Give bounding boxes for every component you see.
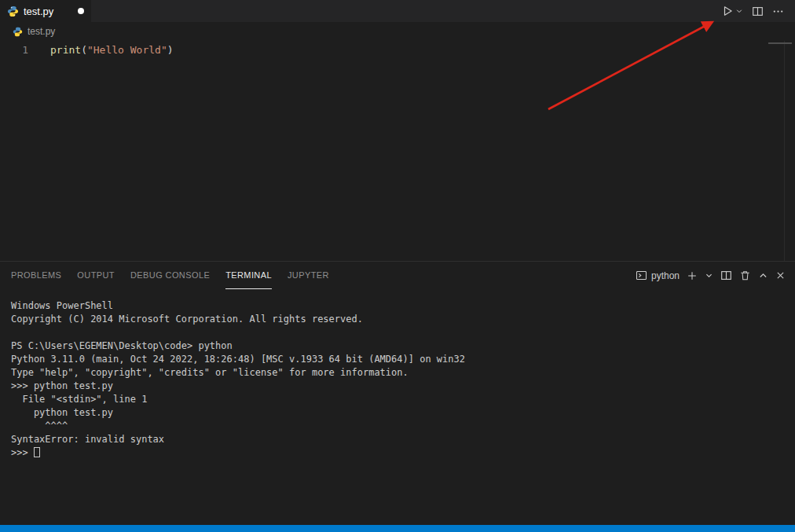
panel-actions: python (636, 262, 786, 289)
terminal-line: Python 3.11.0 (main, Oct 24 2022, 18:26:… (11, 353, 795, 366)
panel-header: PROBLEMSOUTPUTDEBUG CONSOLETERMINALJUPYT… (0, 262, 795, 289)
vscode-window: test.py (0, 0, 795, 532)
panel-tab-debug-console[interactable]: DEBUG CONSOLE (130, 262, 210, 289)
terminal-line: Windows PowerShell (11, 299, 795, 313)
panel-tabs: PROBLEMSOUTPUTDEBUG CONSOLETERMINALJUPYT… (11, 262, 345, 289)
run-dropdown-chevron-icon[interactable] (735, 7, 743, 15)
terminal-line: Type "help", "copyright", "credits" or "… (11, 366, 795, 380)
terminal-profile-button[interactable]: python (636, 270, 680, 281)
terminal-line: Copyright (C) 2014 Microsoft Corporation… (11, 313, 795, 326)
minimap-code-dash (768, 42, 792, 44)
code-text[interactable]: print("Hello World") (50, 42, 174, 57)
terminal-output: Windows PowerShellCopyright (C) 2014 Mic… (11, 299, 795, 446)
new-terminal-button[interactable] (687, 270, 698, 281)
terminal-line (11, 326, 795, 339)
launch-profile-chevron-icon[interactable] (705, 271, 713, 280)
status-bar[interactable] (0, 525, 795, 532)
terminal-line: >>> python test.py (11, 380, 795, 393)
panel-tab-problems[interactable]: PROBLEMS (11, 262, 61, 289)
bottom-panel: PROBLEMSOUTPUTDEBUG CONSOLETERMINALJUPYT… (0, 261, 795, 525)
breadcrumb[interactable]: test.py (0, 22, 795, 41)
terminal-cursor-icon (34, 447, 40, 457)
panel-tab-output[interactable]: OUTPUT (77, 262, 115, 289)
close-panel-button[interactable] (775, 270, 786, 281)
python-file-icon (13, 27, 23, 37)
terminal-prompt: >>> (11, 447, 34, 458)
terminal-profile-label: python (651, 270, 680, 281)
editor-actions (721, 0, 795, 22)
editor-pane[interactable]: 1print("Hello World") (0, 41, 795, 261)
terminal-line: python test.py (11, 406, 795, 420)
split-terminal-button[interactable] (720, 270, 732, 281)
panel-tab-terminal[interactable]: TERMINAL (225, 262, 272, 289)
minimap-border (784, 41, 785, 261)
kill-terminal-button[interactable] (739, 270, 751, 281)
terminal-line: File "<stdin>", line 1 (11, 393, 795, 406)
breadcrumb-file[interactable]: test.py (27, 26, 55, 37)
python-file-icon (7, 6, 19, 17)
line-number: 1 (0, 42, 28, 57)
editor-tab-bar: test.py (0, 0, 795, 22)
maximize-panel-button[interactable] (758, 270, 768, 281)
terminal-prompt-line[interactable]: >>> (11, 446, 795, 460)
tab-title: test.py (24, 6, 73, 17)
modified-indicator-icon[interactable] (78, 8, 84, 14)
editor-tab-testpy[interactable]: test.py (0, 0, 91, 22)
split-editor-button[interactable] (752, 6, 764, 17)
terminal[interactable]: Windows PowerShellCopyright (C) 2014 Mic… (0, 289, 795, 525)
code-line[interactable]: 1print("Hello World") (0, 42, 795, 57)
terminal-line: SyntaxError: invalid syntax (11, 433, 795, 446)
more-actions-button[interactable] (772, 6, 784, 17)
terminal-line: PS C:\Users\EGEMEN\Desktop\code> python (11, 339, 795, 353)
panel-tab-jupyter[interactable]: JUPYTER (288, 262, 329, 289)
run-button[interactable] (721, 5, 734, 17)
code-area[interactable]: 1print("Hello World") (0, 42, 795, 57)
terminal-line: ^^^^ (11, 420, 795, 433)
